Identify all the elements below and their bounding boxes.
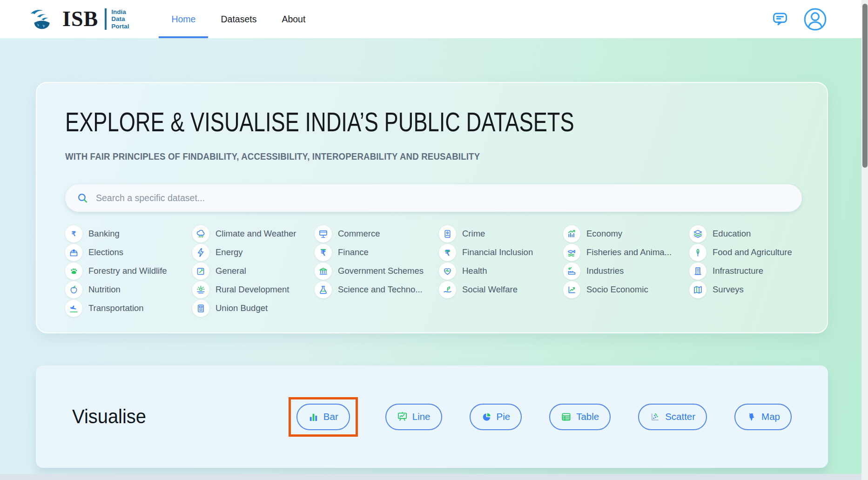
bar-chart-icon bbox=[308, 412, 319, 422]
category-item-fisheries-and-anima[interactable]: Fisheries and Anima... bbox=[563, 243, 689, 262]
category-item-crime[interactable]: Crime bbox=[439, 224, 563, 243]
category-label: Rural Development bbox=[215, 284, 289, 295]
visualise-table-button[interactable]: Table bbox=[549, 404, 611, 430]
svg-text:₹: ₹ bbox=[72, 230, 76, 237]
category-item-nutrition[interactable]: Nutrition bbox=[65, 280, 192, 299]
category-item-food-and-agriculture[interactable]: Food and Agriculture bbox=[689, 243, 810, 262]
visualise-card: Visualise BarLinePieTableScatterMap bbox=[36, 365, 828, 468]
scrollbar-track[interactable] bbox=[861, 0, 868, 480]
visualise-scatter-button[interactable]: Scatter bbox=[638, 404, 707, 430]
tagline-line-1: India bbox=[111, 8, 129, 16]
category-label: Government Schemes bbox=[338, 266, 424, 276]
brand-separator bbox=[105, 8, 107, 30]
line-chart-icon bbox=[397, 412, 408, 422]
category-label: Social Welfare bbox=[462, 284, 518, 295]
visualise-button-label: Table bbox=[576, 411, 599, 422]
surveys-icon bbox=[689, 281, 707, 298]
category-item-social-welfare[interactable]: Social Welfare bbox=[439, 280, 563, 299]
category-item-government-schemes[interactable]: Government Schemes bbox=[315, 262, 439, 280]
pie-chart-icon bbox=[481, 412, 492, 422]
category-item-financial-inclusion[interactable]: ₹Financial Inclusion bbox=[439, 243, 563, 262]
category-label: Economy bbox=[586, 229, 622, 239]
visualise-button-label: Map bbox=[761, 411, 780, 422]
category-label: Banking bbox=[88, 229, 120, 239]
economy-icon bbox=[563, 225, 580, 243]
category-item-forestry-and-wildlife[interactable]: Forestry and Wildlife bbox=[65, 262, 192, 280]
brand-tagline: India Data Portal bbox=[111, 8, 129, 30]
brand-logo[interactable]: ISB India Data Portal bbox=[29, 6, 129, 32]
category-label: Financial Inclusion bbox=[462, 247, 533, 257]
category-column: EducationFood and AgricultureInfrastruct… bbox=[689, 224, 810, 318]
category-item-union-budget[interactable]: Union Budget bbox=[192, 299, 315, 318]
health-icon bbox=[439, 263, 456, 280]
page-subtitle: WITH FAIR PRINCIPLES OF FINDABILITY, ACC… bbox=[65, 151, 774, 162]
category-item-science-and-techno[interactable]: Science and Techno... bbox=[315, 280, 439, 299]
elections-icon bbox=[65, 244, 82, 261]
map-icon bbox=[746, 412, 757, 422]
category-item-elections[interactable]: Elections bbox=[65, 243, 192, 262]
category-label: Food and Agriculture bbox=[713, 247, 792, 257]
category-item-climate-and-weather[interactable]: Climate and Weather bbox=[192, 224, 315, 243]
category-item-economy[interactable]: Economy bbox=[563, 224, 689, 243]
category-item-infrastructure[interactable]: Infrastructure bbox=[689, 262, 810, 280]
brand-isb-text: ISB bbox=[62, 8, 98, 30]
search-input[interactable] bbox=[96, 193, 790, 203]
crime-icon bbox=[439, 225, 456, 243]
category-item-industries[interactable]: Industries bbox=[563, 262, 689, 280]
union-budget-icon bbox=[192, 300, 209, 317]
svg-text:₹: ₹ bbox=[445, 248, 450, 257]
category-label: Energy bbox=[215, 247, 243, 257]
visualise-line-button[interactable]: Line bbox=[385, 404, 442, 430]
energy-icon bbox=[192, 244, 209, 261]
category-item-rural-development[interactable]: Rural Development bbox=[192, 280, 315, 299]
education-icon bbox=[689, 225, 707, 243]
page-title: EXPLORE & VISUALISE INDIA’S PUBLIC DATAS… bbox=[65, 106, 659, 137]
visualise-title: Visualise bbox=[72, 406, 146, 428]
category-item-finance[interactable]: ₹Finance bbox=[315, 243, 439, 262]
chat-icon[interactable] bbox=[772, 11, 788, 27]
category-item-banking[interactable]: ₹Banking bbox=[65, 224, 192, 243]
isb-logo-icon bbox=[29, 6, 58, 32]
scrollbar-thumb[interactable] bbox=[862, 4, 868, 168]
category-label: Elections bbox=[88, 247, 123, 257]
visualise-pie-button[interactable]: Pie bbox=[470, 404, 522, 430]
visualise-map-button[interactable]: Map bbox=[734, 404, 792, 430]
category-item-transportation[interactable]: Transportation bbox=[65, 299, 192, 318]
nav-item-about[interactable]: About bbox=[269, 0, 318, 38]
hero-card: EXPLORE & VISUALISE INDIA’S PUBLIC DATAS… bbox=[36, 82, 828, 333]
scatter-icon bbox=[650, 412, 660, 422]
category-item-commerce[interactable]: Commerce bbox=[315, 224, 439, 243]
table-icon bbox=[561, 412, 572, 422]
category-label: Science and Techno... bbox=[338, 284, 423, 295]
nav-item-datasets[interactable]: Datasets bbox=[208, 0, 269, 38]
category-label: Surveys bbox=[713, 284, 744, 295]
category-label: Commerce bbox=[338, 229, 380, 239]
category-label: Climate and Weather bbox=[215, 229, 296, 239]
category-item-education[interactable]: Education bbox=[689, 224, 810, 243]
category-label: Fisheries and Anima... bbox=[586, 247, 672, 257]
tagline-line-2: Data bbox=[111, 15, 129, 23]
search-icon bbox=[77, 192, 88, 204]
government-schemes-icon bbox=[315, 263, 332, 280]
header-actions bbox=[772, 7, 827, 31]
category-item-general[interactable]: General bbox=[192, 262, 315, 280]
category-label: Health bbox=[462, 266, 487, 276]
visualise-buttons: BarLinePieTableScatterMap bbox=[289, 397, 792, 437]
nav-item-home[interactable]: Home bbox=[159, 0, 208, 38]
category-item-surveys[interactable]: Surveys bbox=[689, 280, 810, 299]
user-icon[interactable] bbox=[803, 7, 827, 31]
category-label: Industries bbox=[586, 266, 624, 276]
rural-development-icon bbox=[192, 281, 209, 298]
visualise-button-label: Bar bbox=[323, 411, 338, 422]
category-column: Climate and WeatherEnergyGeneralRural De… bbox=[192, 224, 315, 318]
category-item-health[interactable]: Health bbox=[439, 262, 563, 280]
financial-inclusion-icon: ₹ bbox=[439, 244, 456, 261]
page-bottom-edge bbox=[0, 474, 861, 480]
category-item-energy[interactable]: Energy bbox=[192, 243, 315, 262]
category-label: Nutrition bbox=[88, 284, 121, 295]
search-bar[interactable] bbox=[65, 184, 802, 212]
forestry-icon bbox=[65, 263, 82, 280]
visualise-bar-button[interactable]: Bar bbox=[296, 404, 350, 430]
category-item-socio-economic[interactable]: Socio Economic bbox=[563, 280, 689, 299]
socio-economic-icon bbox=[563, 281, 580, 298]
